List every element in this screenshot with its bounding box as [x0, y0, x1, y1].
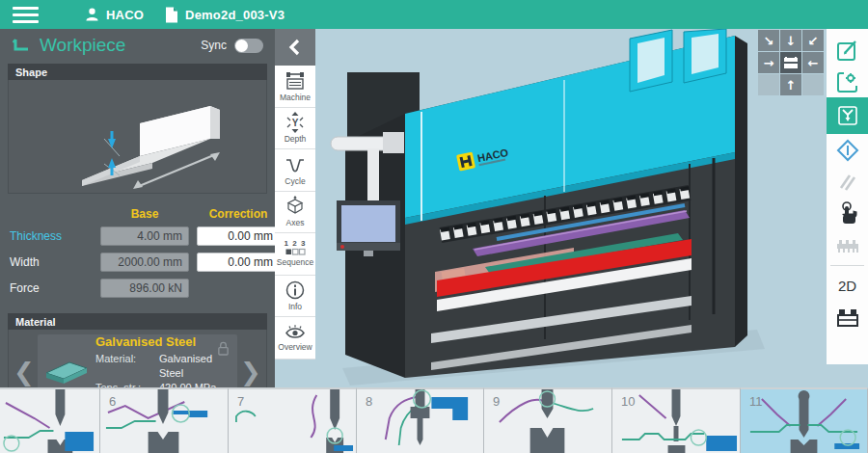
- tab-sequence[interactable]: 1 2 3 Sequence: [275, 233, 315, 276]
- tab-machine-label: Machine: [280, 93, 311, 102]
- view-pad-blank: [758, 74, 779, 95]
- correction-column-header: Correction: [197, 207, 275, 221]
- sync-toggle[interactable]: [234, 39, 263, 53]
- parameter-row-thickness: Thickness: [10, 226, 265, 247]
- shape-section: Shape: [8, 64, 267, 194]
- base-column-header: Base: [100, 207, 189, 221]
- shape-preview: [8, 80, 267, 194]
- sequence-step-thumbnail[interactable]: 9: [484, 387, 612, 453]
- view-orientation-pad: ↘ ↓ ↙ → ← ↑: [758, 30, 824, 95]
- sequence-step-thumbnail[interactable]: 10: [612, 387, 741, 453]
- bend-step-scene: [229, 389, 356, 453]
- sequence-step-thumbnail[interactable]: 6: [100, 387, 229, 453]
- lock-icon[interactable]: [217, 341, 230, 356]
- step-number: 11: [749, 394, 763, 409]
- cycle-icon: [285, 154, 306, 175]
- tab-depth-label: Depth: [285, 134, 307, 144]
- parameter-table: Base Correction Thickness Width Force: [0, 201, 275, 311]
- sequence-icon: [285, 248, 306, 256]
- tab-overview-label: Overview: [278, 342, 312, 352]
- sequence-step-thumbnail-selected[interactable]: 11: [741, 387, 868, 453]
- tab-overview[interactable]: Overview: [275, 317, 315, 360]
- settings-drawing-button[interactable]: [827, 66, 868, 97]
- sequence-step-thumbnail[interactable]: 7: [229, 387, 357, 453]
- step-number: 7: [237, 394, 244, 409]
- tab-cycle-label: Cycle: [285, 176, 305, 186]
- material-name: Galvanised Steel: [95, 334, 231, 349]
- hamburger-menu-button[interactable]: [0, 0, 52, 29]
- tab-info-label: Info: [288, 302, 302, 311]
- document-tab[interactable]: Demo2d_003-V3: [165, 7, 285, 23]
- edit-drawing-button[interactable]: [827, 34, 868, 66]
- chevron-left-icon: [286, 38, 304, 57]
- sequence-strip: 6 7 8: [0, 387, 868, 453]
- material-prop-label: Tens. str.:: [95, 381, 159, 388]
- material-card[interactable]: Galvanised Steel Material: Galvanised St…: [38, 334, 237, 388]
- panel-title: Workpiece: [40, 35, 201, 56]
- material-next-button[interactable]: ❯: [237, 343, 264, 388]
- simulation-button[interactable]: [827, 134, 868, 166]
- bend-step-scene: [484, 389, 611, 453]
- material-prev-button[interactable]: ❮: [11, 343, 38, 388]
- workpiece-icon: [12, 38, 31, 54]
- tab-cycle[interactable]: Cycle: [275, 149, 315, 192]
- view-arrow-left-icon[interactable]: ←: [802, 52, 824, 73]
- view-arrow-down-left-icon[interactable]: ↙: [802, 30, 824, 51]
- width-correction-field[interactable]: [197, 253, 275, 272]
- touch-select-button[interactable]: [827, 198, 868, 229]
- top-bar: HACO Demo2d_003-V3: [0, 0, 868, 29]
- sequence-digits: 1 2 3: [285, 240, 307, 248]
- step-number: 10: [621, 394, 635, 409]
- step-number: 6: [109, 394, 116, 409]
- workpiece-panel-header: Workpiece Sync: [0, 29, 275, 62]
- machine-frame-button[interactable]: [827, 302, 868, 333]
- punch-tool-icon: [835, 103, 860, 128]
- 2d-view-button[interactable]: 2D: [827, 270, 868, 302]
- width-label: Width: [10, 255, 93, 269]
- tab-axes-label: Axes: [286, 218, 305, 227]
- tab-depth[interactable]: Y Depth: [275, 108, 315, 150]
- parameter-row-force: Force: [10, 278, 265, 299]
- overview-eye-icon: [285, 324, 306, 341]
- bend-step-scene: [0, 389, 99, 453]
- toolbar-divider: [830, 265, 864, 266]
- sequence-step-thumbnail[interactable]: 8: [357, 387, 484, 453]
- tools-mode-button[interactable]: [827, 97, 868, 134]
- step-number: 9: [493, 394, 500, 409]
- bend-step-scene: [357, 389, 483, 453]
- pencil-square-icon: [835, 38, 860, 63]
- thickness-correction-field[interactable]: [197, 226, 275, 246]
- user-chip[interactable]: HACO: [85, 7, 144, 22]
- app-window: HACO: [0, 0, 868, 453]
- step-number: 8: [366, 394, 372, 409]
- force-label: Force: [10, 281, 93, 295]
- hand-pointer-icon: [835, 200, 860, 227]
- shape-3d-drawing: [19, 83, 256, 191]
- tab-info[interactable]: Info: [275, 276, 315, 318]
- info-icon: [285, 280, 306, 301]
- tab-machine[interactable]: Machine: [275, 66, 315, 108]
- material-prop-label: Material:: [95, 352, 159, 381]
- material-section: Material ❮ Galvanised Steel Material: Ga…: [8, 313, 267, 387]
- view-pad-blank: [802, 74, 824, 95]
- tab-sequence-label: Sequence: [277, 257, 313, 267]
- svg-text:Y: Y: [292, 118, 299, 128]
- machine-frame-icon: [834, 306, 861, 330]
- material-prop-value: Galvanised Steel: [159, 352, 231, 381]
- user-icon: [85, 7, 99, 22]
- machine-front-icon: [783, 57, 799, 69]
- user-name: HACO: [106, 8, 144, 22]
- material-prop-value: 420.00 MPa: [159, 381, 231, 388]
- tab-axes[interactable]: Axes: [275, 192, 315, 234]
- depth-icon: Y: [285, 112, 306, 133]
- collapse-panel-button[interactable]: [275, 29, 315, 66]
- view-arrow-right-icon[interactable]: →: [758, 52, 779, 73]
- measure-button-disabled: [827, 166, 868, 198]
- view-machine-icon[interactable]: [780, 52, 801, 73]
- sequence-step-thumbnail[interactable]: [0, 387, 100, 453]
- right-toolbar: 2D: [827, 29, 868, 364]
- view-arrow-down-right-icon[interactable]: ↘: [758, 30, 779, 51]
- workpiece-panel: Workpiece Sync Shape: [0, 29, 275, 387]
- view-arrow-up-icon[interactable]: ↑: [780, 74, 801, 95]
- view-arrow-down-icon[interactable]: ↓: [780, 30, 801, 51]
